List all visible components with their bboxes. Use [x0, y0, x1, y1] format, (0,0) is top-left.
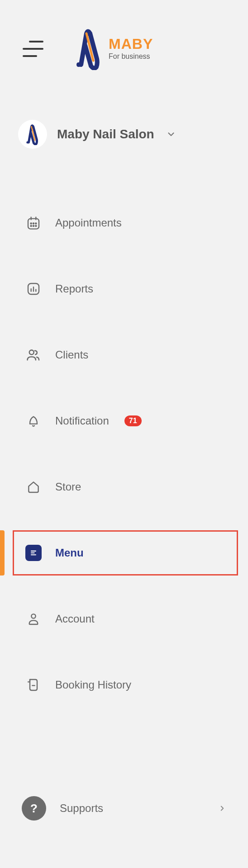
highlight-frame — [13, 530, 238, 576]
salon-avatar — [18, 120, 47, 149]
salon-selector[interactable]: Maby Nail Salon — [0, 120, 248, 149]
calendar-icon — [25, 215, 42, 231]
nav-item-booking-history[interactable]: Booking History — [0, 665, 248, 705]
svg-point-3 — [31, 223, 32, 224]
svg-point-7 — [33, 226, 34, 226]
chart-icon — [25, 281, 42, 297]
notification-badge: 71 — [124, 415, 142, 426]
maby-logo-icon — [25, 123, 40, 145]
nav-label: Menu — [55, 547, 84, 559]
svg-point-17 — [31, 614, 35, 618]
help-icon: ? — [22, 796, 46, 821]
nav-item-notification[interactable]: Notification 71 — [0, 401, 248, 441]
nav-item-menu[interactable]: Menu — [0, 533, 248, 573]
nav-label: Reports — [55, 283, 93, 295]
hamburger-menu-button[interactable] — [23, 41, 43, 57]
brand-name: MABY — [109, 37, 153, 52]
nav-item-reports[interactable]: Reports — [0, 269, 248, 309]
nav-label: Appointments — [55, 217, 122, 229]
users-icon — [25, 347, 42, 363]
chevron-right-icon — [218, 802, 226, 815]
nav-label: Clients — [55, 349, 88, 361]
chevron-down-icon — [166, 129, 176, 139]
svg-point-6 — [31, 226, 32, 226]
nav-label: Account — [55, 613, 95, 625]
nav-item-account[interactable]: Account — [0, 599, 248, 639]
app-logo: MABY For business — [75, 27, 153, 70]
brand-subtitle: For business — [109, 53, 153, 61]
header: MABY For business — [0, 0, 248, 70]
supports-label: Supports — [60, 802, 205, 815]
maby-logo-icon — [75, 27, 102, 70]
supports-button[interactable]: ? Supports — [0, 796, 248, 821]
active-indicator — [0, 530, 5, 576]
nav-item-clients[interactable]: Clients — [0, 335, 248, 375]
svg-point-5 — [35, 223, 36, 224]
nav-item-appointments[interactable]: Appointments — [0, 203, 248, 243]
svg-point-8 — [35, 226, 36, 226]
nav-item-store[interactable]: Store — [0, 467, 248, 507]
salon-name: Maby Nail Salon — [57, 127, 154, 142]
nav-label: Booking History — [55, 679, 131, 691]
svg-point-13 — [29, 350, 34, 354]
menu-icon — [25, 545, 42, 561]
home-icon — [25, 479, 42, 495]
sidebar-nav: Appointments Reports Clients — [0, 203, 248, 705]
nav-label: Notification — [55, 415, 109, 427]
bell-icon — [25, 413, 42, 429]
svg-point-4 — [33, 223, 34, 224]
document-icon — [25, 677, 42, 693]
nav-label: Store — [55, 481, 81, 493]
user-icon — [25, 611, 42, 627]
